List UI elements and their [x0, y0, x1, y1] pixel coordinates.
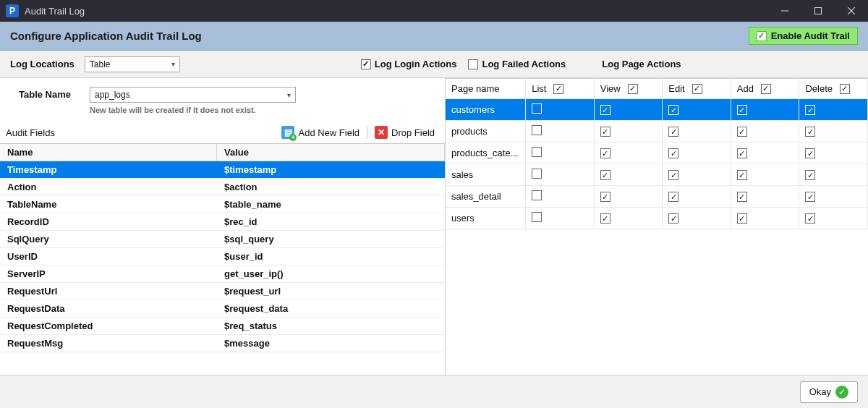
- audit-field-row[interactable]: RequestMsg$message: [0, 335, 445, 352]
- log-failed-actions-label: Log Failed Actions: [482, 59, 566, 69]
- check-icon: ✓: [757, 31, 767, 41]
- delete-checkbox[interactable]: ✓: [805, 213, 815, 224]
- edit-checkbox[interactable]: ✓: [668, 105, 678, 115]
- view-checkbox[interactable]: ✓: [600, 127, 610, 137]
- list-checkbox[interactable]: [532, 103, 542, 114]
- checkbox-icon: ✓: [361, 59, 371, 69]
- delete-checkbox[interactable]: ✓: [805, 192, 815, 202]
- audit-field-row[interactable]: UserID$user_id: [0, 248, 445, 265]
- okay-button[interactable]: Okay ✓: [800, 381, 858, 403]
- page-action-row[interactable]: users✓✓✓✓: [446, 208, 868, 229]
- col-value[interactable]: Value: [217, 144, 445, 161]
- audit-fields-grid: Name Value Timestamp$timestampAction$act…: [0, 143, 445, 352]
- delete-checkbox[interactable]: ✓: [805, 127, 815, 137]
- edit-checkbox[interactable]: ✓: [668, 148, 678, 158]
- view-checkbox[interactable]: ✓: [600, 170, 610, 180]
- view-checkbox[interactable]: ✓: [600, 192, 610, 202]
- page-name-cell: products_cate...: [446, 143, 526, 164]
- add-checkbox[interactable]: ✓: [737, 148, 747, 158]
- list-checkbox[interactable]: [532, 125, 542, 135]
- list-checkbox[interactable]: [532, 212, 542, 222]
- add-header-checkbox[interactable]: ✓: [761, 84, 771, 94]
- view-checkbox[interactable]: ✓: [600, 213, 610, 224]
- list-checkbox[interactable]: [532, 169, 542, 179]
- list-header-checkbox[interactable]: ✓: [553, 84, 563, 94]
- window-controls: [768, 0, 868, 22]
- col-view[interactable]: View✓: [594, 79, 663, 99]
- add-checkbox[interactable]: ✓: [737, 192, 747, 202]
- page-name-cell: customers: [446, 99, 526, 121]
- drop-field-button[interactable]: ✕ Drop Field: [370, 124, 439, 140]
- add-checkbox[interactable]: ✓: [737, 127, 747, 137]
- field-value: $timestamp: [217, 161, 445, 178]
- add-new-field-button[interactable]: ▤ Add New Field: [277, 124, 364, 140]
- titlebar: P Audit Trail Log: [0, 0, 868, 22]
- page-action-row[interactable]: products_cate...✓✓✓✓: [446, 143, 868, 164]
- field-name: ServerIP: [0, 265, 217, 282]
- col-delete-label: Delete: [805, 83, 833, 94]
- page-action-row[interactable]: sales✓✓✓✓: [446, 164, 868, 186]
- col-add-label: Add: [737, 83, 754, 94]
- add-checkbox[interactable]: ✓: [737, 213, 747, 224]
- drop-field-label: Drop Field: [391, 127, 435, 138]
- enable-audit-trail-toggle[interactable]: ✓ Enable Audit Trail: [749, 27, 858, 45]
- col-name[interactable]: Name: [0, 144, 217, 161]
- content: Table Name app_logs ▾ New table will be …: [0, 78, 868, 375]
- edit-checkbox[interactable]: ✓: [668, 192, 678, 202]
- log-locations-dropdown[interactable]: Table ▾: [85, 56, 180, 72]
- page-action-row[interactable]: products✓✓✓✓: [446, 121, 868, 143]
- app-icon: P: [6, 4, 19, 17]
- field-name: RequestData: [0, 300, 217, 317]
- list-checkbox[interactable]: [532, 190, 542, 200]
- log-locations-label: Log Locations: [10, 59, 75, 69]
- col-edit[interactable]: Edit✓: [663, 79, 731, 99]
- col-list[interactable]: List✓: [526, 79, 595, 99]
- audit-field-row[interactable]: RequestUrl$request_url: [0, 283, 445, 300]
- page-action-row[interactable]: sales_detail✓✓✓✓: [446, 186, 868, 208]
- minimize-button[interactable]: [768, 0, 801, 22]
- page-action-row[interactable]: customers✓✓✓✓: [446, 99, 868, 121]
- checkbox-icon: [468, 59, 478, 69]
- check-circle-icon: ✓: [835, 386, 848, 399]
- col-edit-label: Edit: [668, 83, 684, 94]
- audit-field-row[interactable]: SqlQuery$sql_query: [0, 231, 445, 248]
- close-button[interactable]: [835, 0, 868, 22]
- list-checkbox[interactable]: [532, 147, 542, 157]
- edit-header-checkbox[interactable]: ✓: [692, 84, 702, 94]
- maximize-button[interactable]: [801, 0, 835, 22]
- edit-checkbox[interactable]: ✓: [668, 127, 678, 137]
- field-name: RequestCompleted: [0, 318, 217, 334]
- col-list-label: List: [532, 83, 546, 94]
- edit-checkbox[interactable]: ✓: [668, 170, 678, 180]
- edit-checkbox[interactable]: ✓: [668, 213, 678, 224]
- field-name: SqlQuery: [0, 231, 217, 247]
- audit-field-row[interactable]: Timestamp$timestamp: [0, 161, 445, 179]
- audit-field-row[interactable]: ServerIPget_user_ip(): [0, 265, 445, 283]
- add-checkbox[interactable]: ✓: [737, 105, 747, 115]
- audit-field-row[interactable]: TableName$table_name: [0, 196, 445, 213]
- log-failed-actions-checkbox[interactable]: Log Failed Actions: [468, 59, 566, 69]
- col-delete[interactable]: Delete✓: [799, 79, 868, 99]
- audit-field-row[interactable]: RequestCompleted$req_status: [0, 318, 445, 335]
- field-value: $user_id: [217, 248, 445, 265]
- view-header-checkbox[interactable]: ✓: [628, 84, 638, 94]
- page-name-cell: sales_detail: [446, 186, 526, 208]
- log-login-actions-checkbox[interactable]: ✓ Log Login Actions: [361, 59, 457, 69]
- field-name: UserID: [0, 248, 217, 265]
- delete-checkbox[interactable]: ✓: [805, 148, 815, 158]
- audit-field-row[interactable]: RequestData$request_data: [0, 300, 445, 318]
- field-name: RecordID: [0, 213, 217, 230]
- audit-field-row[interactable]: Action$action: [0, 179, 445, 196]
- table-name-input[interactable]: app_logs ▾: [90, 87, 296, 103]
- add-checkbox[interactable]: ✓: [737, 170, 747, 180]
- delete-checkbox[interactable]: ✓: [805, 170, 815, 180]
- field-name: Timestamp: [0, 161, 217, 178]
- delete-header-checkbox[interactable]: ✓: [840, 84, 850, 94]
- col-page-name[interactable]: Page name: [446, 79, 526, 99]
- view-checkbox[interactable]: ✓: [600, 148, 610, 158]
- audit-field-row[interactable]: RecordID$rec_id: [0, 213, 445, 231]
- field-value: $sql_query: [217, 231, 445, 247]
- col-add[interactable]: Add✓: [731, 79, 799, 99]
- delete-checkbox[interactable]: ✓: [805, 105, 815, 115]
- view-checkbox[interactable]: ✓: [600, 105, 610, 115]
